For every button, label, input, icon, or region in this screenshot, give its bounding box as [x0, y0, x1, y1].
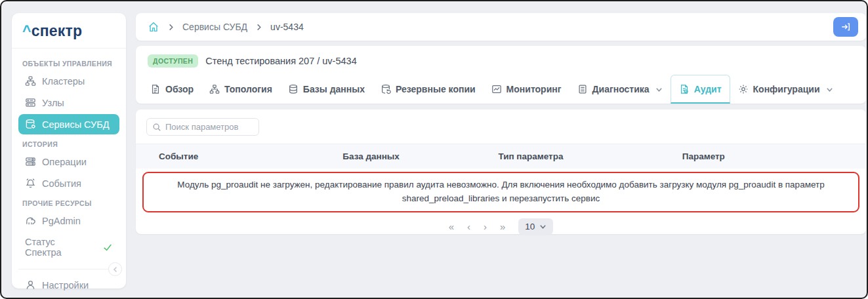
sidebar-item-clusters[interactable]: Кластеры [18, 71, 119, 91]
sidebar-item-label: Статус Спектра [25, 237, 94, 258]
tab-label: Аудит [694, 84, 722, 94]
tab-label: Диагностика [592, 84, 650, 94]
sidebar-item-events[interactable]: События [18, 173, 119, 193]
tab-configurations[interactable]: Конфигурации [730, 75, 841, 104]
chevron-right-icon [255, 24, 262, 31]
sidebar-nav: ОБЪЕКТЫ УПРАВЛЕНИЯ Кластеры Узлы Сервисы… [12, 49, 126, 273]
page-size-select[interactable]: 10 [518, 218, 553, 235]
column-header-param: Параметр [682, 151, 866, 161]
document-list-icon [577, 84, 588, 94]
topology-icon [209, 84, 220, 94]
breadcrumb-level1[interactable]: Сервисы СУБД [182, 22, 247, 32]
pagination: « ‹ › » 10 [136, 212, 866, 241]
pagination-next-button[interactable]: › [484, 221, 487, 232]
server-icon [25, 97, 36, 108]
tab-label: Топология [224, 84, 272, 94]
search-input[interactable] [165, 122, 253, 132]
sidebar-item-label: Узлы [42, 98, 64, 108]
brand-logo: ^спектр [12, 13, 126, 49]
search-row [136, 110, 866, 144]
tab-label: Конфигурации [753, 84, 820, 94]
sidebar-item-pgadmin[interactable]: PgAdmin [18, 210, 119, 231]
cluster-icon [25, 75, 36, 87]
chart-icon [491, 84, 502, 94]
home-icon[interactable] [148, 21, 159, 33]
section-label-other: ПРОЧИЕ РЕСУРСЫ [22, 199, 115, 207]
pagination-first-button[interactable]: « [449, 221, 454, 232]
service-title: Стенд тестирования 207 / uv-5434 [205, 56, 356, 66]
sidebar-collapse-button[interactable] [108, 262, 122, 276]
tab-monitoring[interactable]: Мониторинг [484, 75, 569, 104]
sidebar-item-label: PgAdmin [42, 216, 81, 226]
tab-label: Базы данных [303, 84, 365, 94]
sidebar-item-settings[interactable]: Настройки [18, 275, 119, 295]
tab-diagnostics[interactable]: Диагностика [569, 75, 671, 104]
database-backup-icon [381, 84, 391, 94]
tab-label: Обзор [165, 84, 194, 94]
chevron-right-icon [167, 24, 175, 31]
tab-audit[interactable]: Аудит [671, 75, 730, 104]
sidebar-item-label: События [42, 178, 81, 189]
search-box [146, 118, 259, 136]
chevron-down-icon [655, 86, 663, 93]
page-size-value: 10 [525, 222, 535, 231]
breadcrumb-bar: Сервисы СУБД uv-5434 [136, 13, 866, 41]
sidebar-item-nodes[interactable]: Узлы [18, 92, 119, 113]
column-header-param-type: Тип параметра [498, 151, 682, 161]
breadcrumb-current: uv-5434 [270, 22, 304, 32]
app-window: ^спектр ОБЪЕКТЫ УПРАВЛЕНИЯ Кластеры Узлы [0, 0, 868, 299]
service-tabs: Обзор Топология Базы данных Резервные ко… [136, 75, 866, 104]
section-label-management: ОБЪЕКТЫ УПРАВЛЕНИЯ [22, 60, 115, 68]
warning-row: Модуль pg_proaudit не загружен, редактир… [136, 169, 866, 212]
pagination-prev-button[interactable]: ‹ [467, 221, 470, 232]
chevron-down-icon [539, 223, 547, 230]
status-badge: ДОСТУПЕН [148, 54, 198, 68]
chevron-down-icon [826, 86, 833, 93]
sidebar-footer: Настройки [12, 273, 126, 299]
audit-warning-message: Модуль pg_proaudit не загружен, редактир… [142, 172, 859, 212]
service-header-card: ДОСТУПЕН Стенд тестирования 207 / uv-543… [136, 46, 866, 104]
sidebar-item-label: Сервисы СУБД [42, 119, 110, 130]
tab-overview[interactable]: Обзор [142, 75, 201, 104]
tab-label: Мониторинг [506, 84, 562, 94]
tab-backups[interactable]: Резервные копии [373, 75, 484, 104]
tab-label: Резервные копии [396, 84, 476, 94]
column-header-database: База данных [342, 151, 498, 161]
table-header-row: Событие База данных Тип параметра Параме… [136, 144, 866, 169]
document-check-icon [679, 84, 690, 94]
document-icon [150, 84, 161, 94]
audit-table-card: Событие База данных Тип параметра Параме… [136, 110, 866, 234]
search-icon [152, 123, 161, 132]
sidebar: ^спектр ОБЪЕКТЫ УПРАВЛЕНИЯ Кластеры Узлы [12, 13, 126, 289]
database-icon [288, 84, 299, 94]
bell-icon [25, 178, 36, 189]
brand-caret: ^ [22, 22, 31, 39]
gear-icon [738, 84, 749, 94]
logout-button[interactable] [833, 17, 858, 37]
sidebar-item-db-services[interactable]: Сервисы СУБД [18, 114, 119, 134]
person-icon [25, 279, 36, 290]
section-label-history: ИСТОРИЯ [22, 140, 115, 148]
sidebar-item-label: Операции [42, 157, 87, 167]
column-header-event: Событие [159, 151, 342, 161]
arrow-exit-icon [840, 22, 851, 32]
tab-topology[interactable]: Топология [201, 75, 280, 104]
sidebar-item-label: Настройки [42, 280, 89, 290]
tab-databases[interactable]: Базы данных [280, 75, 373, 104]
pagination-last-button[interactable]: » [500, 221, 505, 232]
operations-icon [25, 156, 36, 167]
sidebar-item-operations[interactable]: Операции [18, 151, 119, 172]
sidebar-item-spectr-status[interactable]: Статус Спектра [18, 232, 119, 262]
database-gear-icon [25, 119, 36, 130]
elephant-icon [25, 215, 36, 226]
brand-name: спектр [31, 22, 83, 39]
status-ok-check-icon [102, 242, 113, 252]
service-status-row: ДОСТУПЕН Стенд тестирования 207 / uv-543… [136, 46, 866, 68]
sidebar-item-label: Кластеры [42, 76, 85, 87]
sidebar-divider [18, 269, 119, 269]
